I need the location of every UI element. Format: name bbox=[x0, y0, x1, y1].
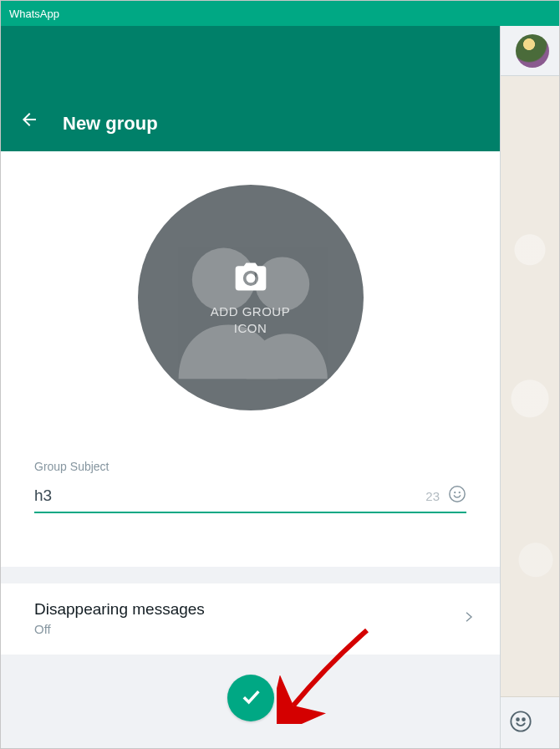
group-icon-picker-label: ADD GROUP ICON bbox=[211, 303, 290, 338]
group-subject-row: 23 bbox=[34, 485, 466, 513]
confirm-create-group-button[interactable] bbox=[227, 675, 274, 721]
panel-title: New group bbox=[63, 113, 158, 135]
svg-point-7 bbox=[522, 718, 525, 721]
group-icon-picker[interactable]: ADD GROUP ICON bbox=[138, 185, 364, 410]
disappearing-messages-row[interactable]: Disappearing messages Off bbox=[1, 583, 500, 655]
bottom-bar bbox=[1, 655, 500, 733]
disappearing-value: Off bbox=[34, 622, 461, 636]
contact-avatar[interactable] bbox=[516, 34, 549, 68]
main-area: New group bbox=[1, 26, 559, 748]
divider bbox=[1, 567, 500, 583]
new-group-panel: New group bbox=[1, 26, 501, 748]
app-window: WhatsApp New group bbox=[0, 0, 560, 749]
group-subject-section: Group Subject 23 bbox=[1, 451, 500, 567]
back-button[interactable] bbox=[18, 110, 41, 133]
titlebar-title: WhatsApp bbox=[9, 8, 59, 20]
titlebar: WhatsApp bbox=[1, 1, 559, 26]
disappearing-title: Disappearing messages bbox=[34, 600, 461, 619]
chat-header bbox=[501, 26, 559, 76]
char-remaining: 23 bbox=[425, 489, 440, 503]
group-subject-label: Group Subject bbox=[34, 460, 466, 473]
svg-point-6 bbox=[517, 718, 519, 721]
group-subject-input[interactable] bbox=[34, 487, 417, 505]
panel-header: New group bbox=[1, 26, 500, 151]
chevron-right-icon bbox=[461, 609, 476, 628]
chat-emoji-button[interactable] bbox=[509, 710, 532, 736]
svg-point-5 bbox=[511, 711, 530, 731]
emoji-picker-button[interactable] bbox=[448, 485, 466, 507]
chat-background-strip bbox=[501, 26, 559, 748]
chat-input-bar bbox=[501, 696, 559, 748]
arrow-left-icon bbox=[19, 110, 39, 133]
checkmark-icon bbox=[239, 685, 262, 711]
svg-point-3 bbox=[454, 492, 456, 493]
svg-point-4 bbox=[459, 492, 461, 493]
svg-point-2 bbox=[450, 487, 465, 502]
chat-wallpaper bbox=[501, 76, 559, 696]
group-icon-section: ADD GROUP ICON bbox=[1, 151, 500, 452]
camera-icon bbox=[232, 258, 269, 298]
